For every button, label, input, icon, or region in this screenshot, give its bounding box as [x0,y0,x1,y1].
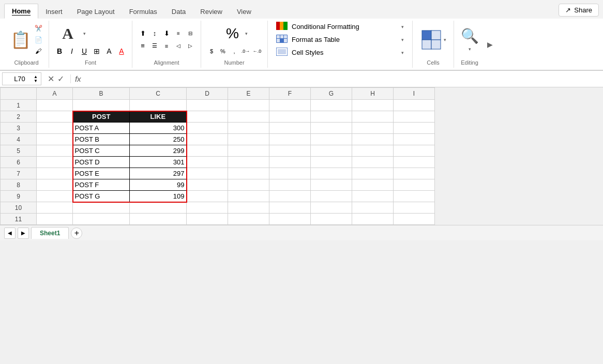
cell-B10[interactable] [73,202,130,214]
col-header-I[interactable]: I [394,88,435,100]
cell-G4[interactable] [311,134,352,145]
decrease-indent-button[interactable]: ◁ [173,41,184,51]
number-dropdown-arrow[interactable]: ▾ [245,31,248,36]
number-format-button[interactable]: % [221,23,244,44]
cell-A10[interactable] [37,202,73,214]
col-header-B[interactable]: B [73,88,130,100]
fill-color-button[interactable]: A [104,46,114,56]
cell-I5[interactable] [394,145,435,157]
tab-review[interactable]: Review [193,5,230,19]
cell-H2[interactable] [352,111,394,123]
cell-G11[interactable] [311,214,352,225]
comma-button[interactable]: , [229,46,239,56]
cell-C3[interactable]: 300 [130,123,187,134]
cell-H4[interactable] [352,134,394,145]
confirm-icon[interactable]: ✓ [57,74,64,84]
ribbon-collapse-button[interactable]: ▶ [485,21,495,68]
cell-A3[interactable] [37,123,73,134]
cells-dropdown-arrow[interactable]: ▾ [444,37,446,42]
cell-A8[interactable] [37,179,73,191]
align-top-button[interactable]: ⬆ [138,28,148,39]
nav-left-button[interactable]: ◀ [4,228,16,239]
tab-formulas[interactable]: Formulas [122,5,164,19]
copy-button[interactable]: 📄 [33,35,43,45]
cell-C6[interactable]: 301 [130,157,187,168]
cell-A9[interactable] [37,191,73,202]
cell-F10[interactable] [269,202,311,214]
col-header-F[interactable]: F [269,88,311,100]
cell-F2[interactable] [269,111,311,123]
cell-D4[interactable] [187,134,228,145]
cell-C1[interactable] [130,100,187,111]
font-style-button[interactable]: A [54,23,81,44]
bold-button[interactable]: B [54,46,65,56]
cell-B9[interactable]: POST G [73,191,130,202]
cell-C2-like-header[interactable]: LIKE [130,111,187,123]
cell-A1[interactable] [37,100,73,111]
col-header-H[interactable]: H [352,88,394,100]
font-color-button[interactable]: A [116,46,127,56]
cell-B8[interactable]: POST F [73,179,130,191]
conditional-formatting-button[interactable]: Conditional Formatting ▾ [273,21,407,33]
cell-E5[interactable] [228,145,269,157]
increase-decimal-button[interactable]: ←.0 [252,46,262,56]
editing-arrow[interactable]: ▾ [469,47,471,52]
cell-C5[interactable]: 299 [130,145,187,157]
cell-H7[interactable] [352,168,394,179]
cell-B4[interactable]: POST B [73,134,130,145]
cell-H10[interactable] [352,202,394,214]
cell-F4[interactable] [269,134,311,145]
cell-C10[interactable] [130,202,187,214]
col-header-G[interactable]: G [311,88,352,100]
cancel-icon[interactable]: ✕ [48,74,54,84]
cell-E4[interactable] [228,134,269,145]
cell-D5[interactable] [187,145,228,157]
cell-A11[interactable] [37,214,73,225]
cells-icon-button[interactable] [420,28,443,51]
italic-button[interactable]: I [67,46,77,56]
cell-G1[interactable] [311,100,352,111]
name-box-input[interactable] [6,74,34,84]
align-right-button[interactable]: ≡ [161,41,172,51]
cell-A5[interactable] [37,145,73,157]
formula-input[interactable] [87,75,601,83]
cell-E6[interactable] [228,157,269,168]
cell-C9[interactable]: 109 [130,191,187,202]
cell-H1[interactable] [352,100,394,111]
cell-I9[interactable] [394,191,435,202]
col-header-D[interactable]: D [187,88,228,100]
tab-data[interactable]: Data [164,5,193,19]
paste-button[interactable]: ✂️ [33,23,43,34]
merge-button[interactable]: ⊟ [185,28,195,39]
cell-G5[interactable] [311,145,352,157]
cell-F7[interactable] [269,168,311,179]
cell-H6[interactable] [352,157,394,168]
cell-I7[interactable] [394,168,435,179]
cell-F9[interactable] [269,191,311,202]
nav-right-button[interactable]: ▶ [18,228,29,239]
cell-F11[interactable] [269,214,311,225]
cell-H9[interactable] [352,191,394,202]
add-sheet-button[interactable]: + [71,228,82,239]
format-painter-button[interactable]: 🖌 [33,46,43,56]
cell-C11[interactable] [130,214,187,225]
sheet1-tab[interactable]: Sheet1 [31,227,69,239]
col-header-E[interactable]: E [228,88,269,100]
cell-D6[interactable] [187,157,228,168]
cell-E9[interactable] [228,191,269,202]
cell-A7[interactable] [37,168,73,179]
cell-I2[interactable] [394,111,435,123]
cell-E1[interactable] [228,100,269,111]
format-as-table-button[interactable]: Format as Table ▾ [273,34,407,46]
cell-B6[interactable]: POST D [73,157,130,168]
cell-G7[interactable] [311,168,352,179]
cell-B3[interactable]: POST A [73,123,130,134]
cell-G8[interactable] [311,179,352,191]
cell-B1[interactable] [73,100,130,111]
cell-C8[interactable]: 99 [130,179,187,191]
cell-E7[interactable] [228,168,269,179]
tab-view[interactable]: View [230,5,259,19]
cell-H5[interactable] [352,145,394,157]
cell-D3[interactable] [187,123,228,134]
tab-home[interactable]: Home [4,4,38,19]
